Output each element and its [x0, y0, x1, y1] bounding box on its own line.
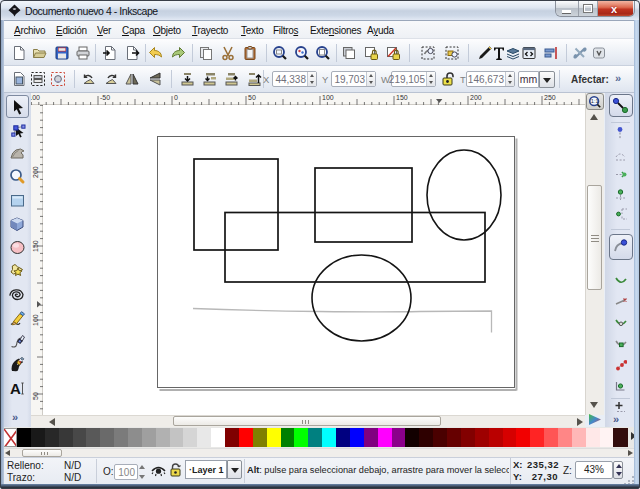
svg-text:200: 200 [32, 166, 39, 178]
svg-text:1:1: 1:1 [591, 98, 599, 104]
svg-text:250: 250 [544, 94, 556, 101]
svg-text:150: 150 [32, 240, 39, 252]
svg-text:100: 100 [32, 314, 39, 326]
svg-text:100: 100 [322, 94, 334, 101]
svg-text:A: A [10, 380, 21, 397]
svg-text:-50: -50 [100, 94, 110, 101]
svg-text:50: 50 [248, 94, 256, 101]
svg-text:-100: -100 [31, 94, 40, 101]
svg-text:200: 200 [470, 94, 482, 101]
svg-text:0: 0 [174, 94, 178, 101]
svg-text:150: 150 [396, 94, 408, 101]
svg-text:50: 50 [32, 392, 39, 400]
